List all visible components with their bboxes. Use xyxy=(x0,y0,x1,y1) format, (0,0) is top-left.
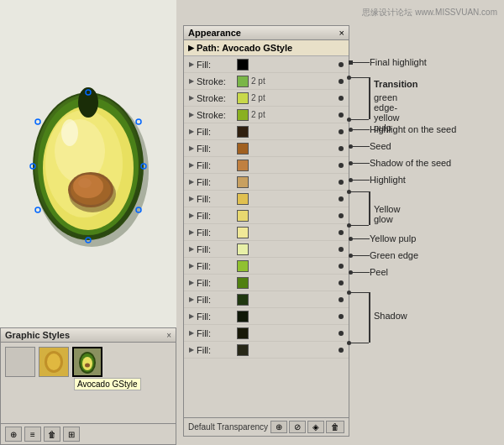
annot-label-shadow-seed: Shadow of the seed xyxy=(370,158,451,168)
ap-expand-4[interactable]: ▶ xyxy=(186,110,197,120)
annotation-yellow-pulp: Yellow pulp xyxy=(349,233,416,243)
ap-row-2[interactable]: ▶ Stroke: 2 pt xyxy=(184,73,349,90)
annotation-highlight: Highlight xyxy=(349,175,406,185)
ap-footer-btn-4[interactable]: 🗑 xyxy=(326,421,344,433)
annot-line-seed xyxy=(353,146,370,147)
gs-close-button[interactable]: × xyxy=(166,331,171,340)
ap-dot-6 xyxy=(339,146,344,151)
bracket-top-yglow xyxy=(349,191,369,192)
ap-swatch-2[interactable] xyxy=(237,76,249,87)
ap-expand-8[interactable]: ▶ xyxy=(186,177,197,187)
ap-row-12[interactable]: ▶ Fill: xyxy=(184,241,349,258)
ap-swatch-8[interactable] xyxy=(237,176,249,188)
ap-expand-9[interactable]: ▶ xyxy=(186,194,197,204)
ap-swatch-9[interactable] xyxy=(237,193,249,205)
ap-swatch-15[interactable] xyxy=(237,294,249,306)
bracket-bot-yglow xyxy=(349,225,369,226)
annot-line-peel xyxy=(353,272,370,273)
ap-expand-3[interactable]: ▶ xyxy=(186,93,197,103)
ap-close-button[interactable]: × xyxy=(339,28,344,38)
ap-dot-15 xyxy=(339,297,344,302)
graphic-styles-panel: Graphic Styles × Avocado GStyle ⊕ ≡ 🗑 ⊞ xyxy=(0,327,176,445)
gs-item-1[interactable] xyxy=(5,347,35,377)
ap-expand-16[interactable]: ▶ xyxy=(186,312,197,322)
bracket-bot-transition xyxy=(349,119,369,120)
ap-expand-11[interactable]: ▶ xyxy=(186,228,197,238)
gs-item-avocado[interactable]: Avocado GStyle xyxy=(72,347,102,377)
ap-swatch-16[interactable] xyxy=(237,311,249,322)
ap-dot-13 xyxy=(339,264,344,269)
svg-point-20 xyxy=(35,207,40,212)
ap-swatch-14[interactable] xyxy=(237,277,249,289)
ap-swatch-12[interactable] xyxy=(237,243,249,255)
ap-expand-10[interactable]: ▶ xyxy=(186,211,197,221)
bracket-top-transition xyxy=(349,77,369,78)
ap-expand-13[interactable]: ▶ xyxy=(186,261,197,271)
ap-row-3[interactable]: ▶ Stroke: 2 pt xyxy=(184,90,349,107)
ap-expand-15[interactable]: ▶ xyxy=(186,295,197,305)
ap-expand-17[interactable]: ▶ xyxy=(186,328,197,338)
ap-swatch-6[interactable] xyxy=(237,143,249,154)
ap-expand-7[interactable]: ▶ xyxy=(186,160,197,170)
ap-row-14[interactable]: ▶ Fill: xyxy=(184,275,349,291)
ap-title: Appearance xyxy=(188,28,241,38)
gs-title: Graphic Styles xyxy=(5,330,70,340)
ap-scroll-area[interactable]: ▶ Fill: ▶ Stroke: 2 pt ▶ Stroke: 2 pt ▶ … xyxy=(184,56,349,417)
ap-row-6[interactable]: ▶ Fill: xyxy=(184,140,349,157)
ap-row-1[interactable]: ▶ Fill: xyxy=(184,56,349,73)
annot-line-green-edge xyxy=(353,255,370,256)
ap-expand-2[interactable]: ▶ xyxy=(186,76,197,86)
annot-label-highlight: Highlight xyxy=(370,175,406,185)
ap-default-transparency: Default Transparency xyxy=(188,422,268,432)
bracket-line-transition xyxy=(369,77,370,119)
annot-line-highlight-seed xyxy=(353,129,370,130)
ap-swatch-7[interactable] xyxy=(237,160,249,171)
ap-expand-12[interactable]: ▶ xyxy=(186,244,197,254)
ap-swatch-18[interactable] xyxy=(237,344,249,356)
gs-link-button[interactable]: ⊞ xyxy=(63,427,80,442)
ap-row-7[interactable]: ▶ Fill: xyxy=(184,157,349,174)
gs-new-button[interactable]: ⊕ xyxy=(5,427,22,442)
ap-row-13[interactable]: ▶ Fill: xyxy=(184,258,349,275)
ap-footer-btn-2[interactable]: ⊘ xyxy=(289,421,306,433)
annot-line-yellow-pulp xyxy=(353,238,370,239)
ap-expand-1[interactable]: ▶ xyxy=(186,60,197,70)
gs-titlebar: Graphic Styles × xyxy=(1,328,176,343)
ap-row-11[interactable]: ▶ Fill: xyxy=(184,224,349,241)
ap-swatch-17[interactable] xyxy=(237,327,249,339)
ap-swatch-4[interactable] xyxy=(237,109,249,121)
ap-row-17[interactable]: ▶ Fill: xyxy=(184,325,349,342)
ap-row-15[interactable]: ▶ Fill: xyxy=(184,291,349,308)
ap-expand-18[interactable]: ▶ xyxy=(186,345,197,355)
ap-swatch-13[interactable] xyxy=(237,260,249,272)
ap-footer-btn-3[interactable]: ◈ xyxy=(307,421,324,433)
annotation-green-edge: Green edge xyxy=(349,250,418,260)
ap-swatch-5[interactable] xyxy=(237,126,249,138)
gs-options-button[interactable]: ≡ xyxy=(24,427,41,442)
gs-toolbar: ⊕ ≡ 🗑 ⊞ xyxy=(1,423,176,444)
ap-dot-12 xyxy=(339,247,344,252)
ap-dot-5 xyxy=(339,129,344,134)
ap-row-4[interactable]: ▶ Stroke: 2 pt xyxy=(184,107,349,123)
ap-expand-5[interactable]: ▶ xyxy=(186,127,197,137)
ap-expand-6[interactable]: ▶ xyxy=(186,144,197,154)
ap-path-row: ▶ Path: Avocado GStyle xyxy=(184,40,349,56)
ap-row-16[interactable]: ▶ Fill: xyxy=(184,308,349,325)
ap-footer-btn-1[interactable]: ⊕ xyxy=(270,421,287,433)
ap-swatch-3[interactable] xyxy=(237,92,249,104)
ap-swatch-10[interactable] xyxy=(237,210,249,222)
ap-row-18[interactable]: ▶ Fill: xyxy=(184,342,349,359)
ap-row-9[interactable]: ▶ Fill: xyxy=(184,191,349,207)
ap-row-10[interactable]: ▶ Fill: xyxy=(184,207,349,224)
ap-row-5[interactable]: ▶ Fill: xyxy=(184,123,349,140)
ap-path-label: Path: Avocado GStyle xyxy=(197,43,292,53)
gs-item-2[interactable] xyxy=(39,347,69,377)
ap-swatch-11[interactable] xyxy=(237,227,249,238)
ap-expand-14[interactable]: ▶ xyxy=(186,278,197,288)
gs-delete-button[interactable]: 🗑 xyxy=(44,427,60,442)
canvas-area xyxy=(0,0,176,327)
ap-swatch-1[interactable] xyxy=(237,59,249,71)
annot-line-shadow-seed xyxy=(353,163,370,164)
ap-row-8[interactable]: ▶ Fill: xyxy=(184,174,349,191)
ap-dot-2 xyxy=(339,79,344,84)
